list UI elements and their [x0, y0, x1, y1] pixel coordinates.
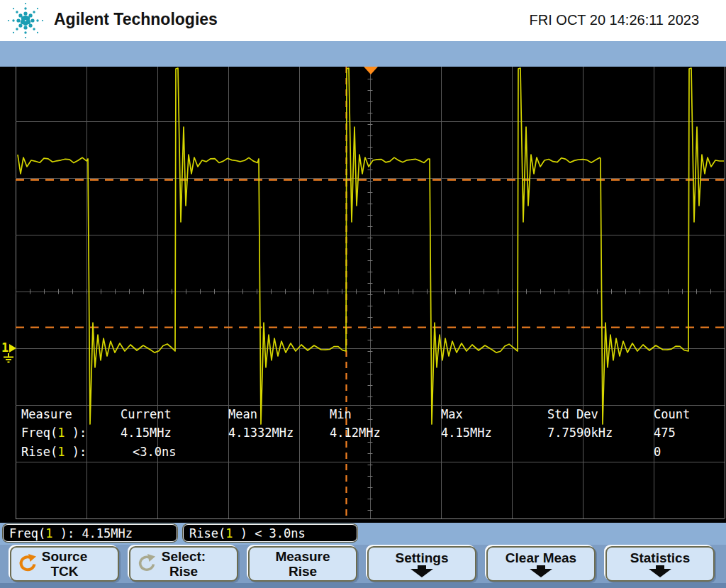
- softkey-select[interactable]: Select: Rise: [129, 546, 238, 582]
- rise-row-label: Rise(1 ):: [21, 445, 86, 459]
- softkey-measure[interactable]: Measure Rise: [248, 546, 357, 582]
- down-arrow-icon: [646, 565, 674, 577]
- freq-mean-value: 4.1332MHz: [228, 426, 294, 440]
- freq-row-label: Freq(1 ):: [21, 426, 86, 440]
- softkey-settings[interactable]: Settings: [367, 546, 476, 582]
- softkey-source[interactable]: Source TCK: [10, 546, 119, 582]
- rise-current-value: <3.0ns: [121, 445, 176, 459]
- down-arrow-icon: [408, 565, 436, 577]
- brand-title: Agilent Technologies: [54, 10, 218, 29]
- ground-symbol-icon: [2, 353, 15, 364]
- status-bar: 1 1.00V/ 2 3 4 0.0s 100.0ns/ Stop 2 1.65…: [0, 41, 726, 67]
- agilent-spark-logo: [4, 1, 50, 40]
- max-col-header: Max: [441, 407, 463, 421]
- current-col-header: Current: [121, 407, 172, 421]
- rise-count-value: 0: [654, 445, 661, 459]
- freq-max-value: 4.15MHz: [441, 426, 492, 440]
- min-col-header: Min: [330, 407, 352, 421]
- ground-arrow-icon: [9, 343, 17, 353]
- stddev-col-header: Std Dev: [547, 407, 598, 421]
- down-arrow-icon: [527, 565, 555, 577]
- freq-readout-pill[interactable]: Freq(1 ): 4.15MHz: [3, 524, 177, 542]
- measure-col-header: Measure: [21, 407, 72, 421]
- freq-stddev-value: 7.7590kHz: [547, 426, 613, 440]
- softkey-statistics[interactable]: Statistics: [605, 546, 715, 582]
- waveform-plot: [0, 67, 726, 523]
- measurement-readout-bar: Freq(1 ): 4.15MHz Rise(1 ) < 3.0ns: [0, 523, 726, 545]
- knob-icon: [135, 554, 157, 572]
- freq-count-value: 475: [654, 426, 676, 440]
- mean-col-header: Mean: [228, 407, 257, 421]
- channel-1-ground-marker: 1: [1, 340, 17, 364]
- scope-display: 1 Measure Current Mean Min Max Std Dev C…: [0, 67, 726, 523]
- softkey-bar: Source TCK Select: Rise Measure Rise Set…: [0, 545, 726, 588]
- bezel-strip: [0, 583, 726, 588]
- freq-min-value: 4.12MHz: [330, 426, 381, 440]
- softkey-clear-meas[interactable]: Clear Meas: [486, 546, 596, 582]
- freq-current-value: 4.15MHz: [121, 426, 172, 440]
- rise-readout-pill[interactable]: Rise(1 ) < 3.0ns: [183, 524, 357, 542]
- datetime-display: FRI OCT 20 14:26:11 2023: [530, 12, 699, 28]
- knob-icon: [16, 554, 38, 572]
- count-col-header: Count: [654, 407, 690, 421]
- header-bar: Agilent Technologies FRI OCT 20 14:26:11…: [0, 0, 726, 41]
